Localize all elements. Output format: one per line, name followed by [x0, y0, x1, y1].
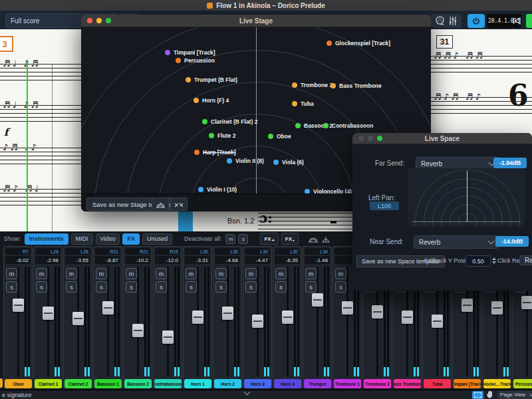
- fader-handle[interactable]: [132, 324, 144, 337]
- volume-value-field[interactable]: -3.55: [65, 256, 90, 264]
- fader-handle[interactable]: [402, 311, 413, 324]
- stage-instrument[interactable]: Bass Trombone: [331, 82, 382, 89]
- stepper-up-icon[interactable]: [492, 257, 496, 260]
- channel-name-label[interactable]: Oboe: [5, 379, 32, 388]
- fader-handle[interactable]: [72, 312, 84, 325]
- pan-value-field[interactable]: R15: [155, 248, 180, 255]
- solo-button[interactable]: s: [96, 281, 107, 293]
- zoom-icon[interactable]: [377, 136, 382, 141]
- filter-video-button[interactable]: Video: [96, 233, 120, 245]
- volume-value-field[interactable]: -4.47: [245, 256, 270, 264]
- close-icon[interactable]: [358, 136, 364, 141]
- solo-button[interactable]: s: [6, 281, 17, 293]
- channel-name-label[interactable]: Glocke…Track]: [483, 379, 511, 388]
- channel-name-label[interactable]: Percussion: [513, 379, 532, 388]
- mute-button[interactable]: m: [245, 268, 257, 279]
- stage-instrument[interactable]: Oboe: [268, 133, 291, 140]
- volume-value-field[interactable]: -4.68: [215, 256, 240, 264]
- mute-button[interactable]: m: [335, 268, 346, 279]
- fader-handle[interactable]: [462, 299, 473, 312]
- channel-name-label[interactable]: Bass Trombone: [394, 379, 421, 388]
- pan-value-field[interactable]: L30: [185, 248, 210, 255]
- open-stage-button[interactable]: [308, 235, 319, 243]
- channel-name-label[interactable]: Contrabassoon: [154, 379, 182, 388]
- instrument-dot[interactable]: [292, 101, 297, 106]
- fader-handle[interactable]: [432, 315, 443, 328]
- solo-button[interactable]: s: [126, 281, 137, 293]
- instrument-dot[interactable]: [209, 133, 214, 138]
- stage-instrument[interactable]: Tuba: [292, 100, 314, 107]
- instrument-dot[interactable]: [176, 58, 181, 63]
- scrollbar-thumb[interactable]: [178, 211, 193, 231]
- pan-value-field[interactable]: L30: [215, 248, 240, 255]
- near-send-select[interactable]: Reverb: [414, 235, 499, 249]
- volume-value-field[interactable]: -3.31: [185, 256, 210, 264]
- live-stage-title-bar[interactable]: Live Stage: [81, 15, 431, 27]
- add-fx-channel-button[interactable]: FX+: [260, 233, 278, 245]
- pan-value-field[interactable]: L34: [305, 248, 330, 255]
- mute-button[interactable]: m: [6, 268, 17, 279]
- fader-handle[interactable]: [43, 307, 54, 320]
- channel-name-label[interactable]: Timpani [Track]: [454, 379, 481, 388]
- fallback-y-stepper[interactable]: [491, 255, 497, 265]
- fader-handle[interactable]: [162, 331, 174, 344]
- space-plot-area[interactable]: [408, 168, 525, 226]
- mute-button[interactable]: m: [96, 268, 107, 279]
- instrument-dot[interactable]: [227, 158, 232, 164]
- fader-handle[interactable]: [372, 305, 383, 319]
- instrument-dot[interactable]: [202, 119, 207, 124]
- mute-button[interactable]: m: [275, 268, 287, 279]
- deactivate-mute-button[interactable]: m: [225, 234, 235, 244]
- instrument-dot[interactable]: [323, 123, 329, 128]
- channel-name-label[interactable]: Bassoon 1: [94, 379, 122, 388]
- solo-button[interactable]: s: [275, 281, 287, 293]
- zoom-icon[interactable]: [106, 18, 111, 23]
- stage-instrument[interactable]: Violoncello (4): [305, 188, 352, 194]
- pan-value-field[interactable]: R21: [95, 248, 120, 255]
- stage-instrument[interactable]: Harp [Track]: [194, 149, 236, 156]
- pan-value-field[interactable]: L26: [35, 248, 61, 255]
- stage-instrument[interactable]: Percussion: [176, 57, 215, 64]
- volume-value-field[interactable]: -1.48: [305, 256, 330, 264]
- minimize-icon[interactable]: [96, 18, 102, 23]
- scatter-reset-button[interactable]: [170, 198, 188, 211]
- mute-button[interactable]: m: [36, 268, 47, 279]
- stage-instrument[interactable]: Flute 2: [209, 132, 235, 139]
- deactivate-solo-button[interactable]: s: [238, 234, 248, 244]
- channel-name-label[interactable]: Trumpet: [304, 379, 331, 388]
- solo-button[interactable]: s: [36, 281, 47, 293]
- stage-instrument[interactable]: Clarinet (B Flat) 2: [202, 118, 257, 125]
- channel-name-label[interactable]: Horn 2: [214, 379, 241, 388]
- channel-name-label[interactable]: Bassoon 2: [124, 379, 152, 388]
- pan-value-field[interactable]: R21: [125, 248, 150, 255]
- channel-name-label[interactable]: Clarinet 2: [65, 379, 92, 388]
- page-view-selector[interactable]: Page View: [497, 390, 532, 399]
- fader-handle[interactable]: [342, 301, 353, 315]
- hand-tool-button[interactable]: [486, 390, 493, 398]
- solo-button[interactable]: s: [335, 281, 346, 293]
- mixer-sliders-icon[interactable]: [448, 16, 458, 26]
- left-pan-value-field[interactable]: L100: [370, 201, 399, 210]
- stage-instrument[interactable]: Violin I (10): [198, 186, 237, 193]
- filter-midi-button[interactable]: MIDI: [71, 233, 93, 245]
- open-space-button[interactable]: [321, 235, 331, 243]
- minimize-icon[interactable]: [368, 136, 373, 141]
- stage-instrument[interactable]: Glockenspiel [Track]: [327, 40, 390, 47]
- fader-handle[interactable]: [222, 307, 233, 320]
- stage-instrument[interactable]: Viola (6): [273, 159, 304, 166]
- filter-unused-button[interactable]: Unused: [142, 233, 172, 245]
- fader-handle[interactable]: [521, 296, 532, 309]
- filter-instruments-button[interactable]: Instruments: [25, 233, 68, 245]
- mute-button[interactable]: m: [66, 268, 77, 279]
- fader-handle[interactable]: [252, 315, 263, 328]
- mute-button[interactable]: m: [126, 268, 137, 279]
- volume-value-field[interactable]: -12.0: [155, 256, 180, 264]
- instrument-dot[interactable]: [194, 98, 199, 103]
- pan-value-field[interactable]: L30: [245, 248, 270, 255]
- mute-button[interactable]: m: [215, 268, 227, 279]
- channel-name-label[interactable]: Horn 1: [184, 379, 211, 388]
- instrument-dot[interactable]: [305, 189, 310, 194]
- channel-name-label[interactable]: Horn 4: [274, 379, 301, 388]
- channel-name-label[interactable]: Horn 3: [244, 379, 271, 388]
- fader-handle[interactable]: [282, 311, 293, 324]
